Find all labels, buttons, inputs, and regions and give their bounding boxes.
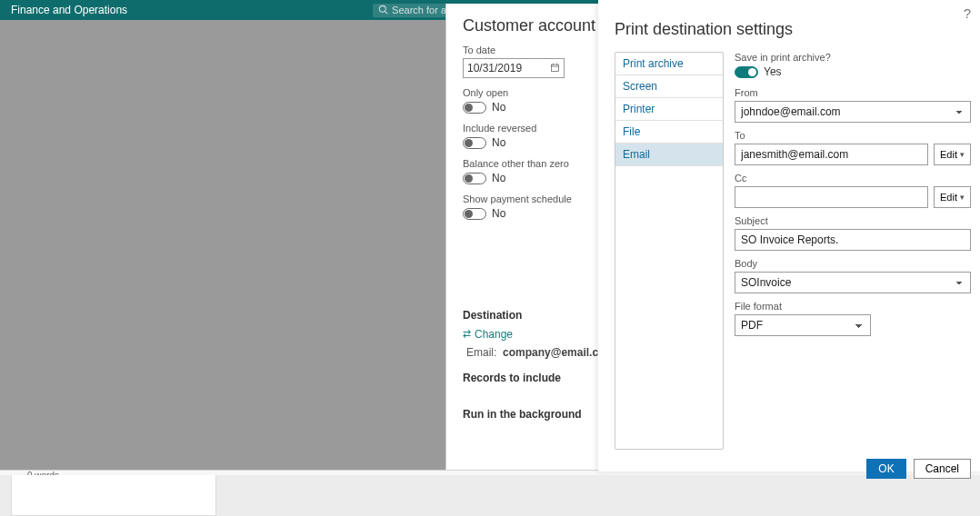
svg-line-1 bbox=[385, 11, 388, 14]
archive-toggle[interactable] bbox=[735, 66, 758, 78]
tab-screen[interactable]: Screen bbox=[615, 75, 723, 98]
calendar-icon[interactable] bbox=[550, 63, 560, 74]
email-form: Save in print archive? Yes From johndoe@… bbox=[735, 52, 971, 450]
to-date-input[interactable]: 10/31/2019 bbox=[463, 58, 565, 78]
cc-edit-label: Edit bbox=[940, 192, 957, 203]
to-label: To bbox=[735, 130, 971, 141]
from-select[interactable]: johndoe@email.com bbox=[735, 101, 971, 123]
cc-label: Cc bbox=[735, 173, 971, 184]
print-destination-dialog: ? Print destination settings Print archi… bbox=[598, 0, 980, 471]
search-icon bbox=[378, 5, 388, 16]
svg-point-0 bbox=[379, 5, 385, 12]
subject-label: Subject bbox=[735, 215, 971, 226]
change-destination-link[interactable]: ⇄ Change bbox=[463, 328, 513, 341]
only-open-toggle[interactable] bbox=[463, 102, 486, 114]
document-background bbox=[0, 475, 980, 516]
app-title: Finance and Operations bbox=[11, 4, 127, 16]
body-label: Body bbox=[735, 258, 971, 269]
tab-file[interactable]: File bbox=[615, 121, 723, 144]
payment-schedule-value: No bbox=[492, 207, 505, 220]
subject-input[interactable] bbox=[735, 229, 971, 251]
help-icon[interactable]: ? bbox=[964, 5, 971, 21]
ok-button[interactable]: OK bbox=[866, 459, 905, 479]
chevron-down-icon: ▾ bbox=[960, 193, 965, 202]
balance-toggle[interactable] bbox=[463, 173, 486, 184]
swap-icon: ⇄ bbox=[463, 328, 471, 340]
to-edit-label: Edit bbox=[940, 149, 957, 160]
tab-printer[interactable]: Printer bbox=[615, 98, 723, 121]
dialog-footer: OK Cancel bbox=[615, 459, 971, 479]
archive-label: Save in print archive? bbox=[735, 52, 971, 63]
to-date-value: 10/31/2019 bbox=[467, 62, 522, 74]
document-page bbox=[11, 475, 216, 516]
chevron-down-icon: ▾ bbox=[960, 150, 965, 159]
file-format-select[interactable]: PDF bbox=[735, 314, 871, 336]
destination-tabs: Print archive Screen Printer File Email bbox=[615, 52, 724, 450]
cancel-button[interactable]: Cancel bbox=[914, 459, 971, 479]
svg-rect-2 bbox=[551, 64, 558, 72]
payment-schedule-toggle[interactable] bbox=[463, 208, 486, 220]
dialog-title: Print destination settings bbox=[615, 20, 971, 39]
only-open-value: No bbox=[492, 101, 505, 114]
from-label: From bbox=[735, 87, 971, 98]
tab-email[interactable]: Email bbox=[615, 144, 723, 166]
balance-value: No bbox=[492, 172, 505, 184]
tab-print-archive[interactable]: Print archive bbox=[615, 53, 723, 75]
archive-value: Yes bbox=[764, 65, 782, 78]
include-reversed-toggle[interactable] bbox=[463, 137, 486, 149]
to-input[interactable] bbox=[735, 144, 928, 165]
body-select[interactable]: SOInvoice bbox=[735, 272, 971, 293]
cc-input[interactable] bbox=[735, 186, 928, 208]
change-label: Change bbox=[475, 328, 513, 341]
destination-email-label: Email: bbox=[466, 346, 496, 359]
cc-edit-button[interactable]: Edit ▾ bbox=[934, 186, 971, 208]
include-reversed-value: No bbox=[492, 136, 505, 149]
to-edit-button[interactable]: Edit ▾ bbox=[934, 144, 971, 165]
file-format-label: File format bbox=[735, 301, 971, 312]
